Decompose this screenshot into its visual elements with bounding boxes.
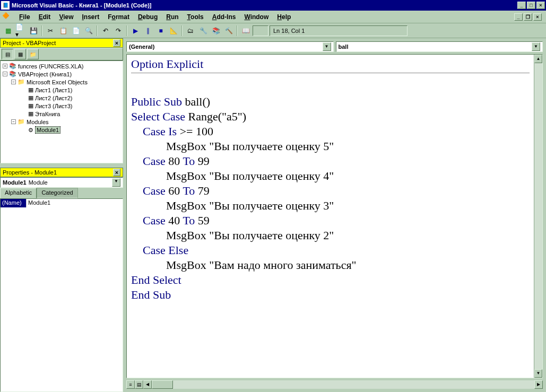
vertical-scrollbar[interactable]: ▲ ▼	[534, 55, 542, 378]
minimize-button[interactable]: _	[517, 2, 526, 9]
view-object-button[interactable]: ▦	[14, 49, 26, 59]
scroll-down-icon[interactable]: ▼	[534, 369, 542, 378]
project-toolbar: ▤ ▦ 📁	[0, 48, 123, 60]
toolbox-button[interactable]: 🔨	[223, 25, 235, 37]
menu-format[interactable]: Format	[103, 12, 134, 22]
properties-grid[interactable]: (Name)Module1	[0, 198, 123, 392]
menu-view[interactable]: View	[55, 12, 77, 22]
toggle-folders-button[interactable]: 📁	[27, 49, 39, 59]
paste-button[interactable]: 📄	[70, 25, 82, 37]
undo-button[interactable]: ↶	[100, 25, 111, 37]
vba-icon: 🔶	[2, 12, 12, 22]
property-row[interactable]: (Name)Module1	[1, 199, 123, 207]
object-browser-button[interactable]: 📚	[210, 25, 222, 37]
horizontal-scrollbar[interactable]: ◀ ▶	[143, 380, 543, 389]
break-button[interactable]: ∥	[142, 25, 154, 37]
tab-categorized[interactable]: Categorized	[37, 188, 77, 198]
mdi-minimize-button[interactable]: _	[514, 13, 523, 21]
office-assistant-field[interactable]	[253, 25, 268, 36]
view-excel-button[interactable]: ▦	[2, 25, 14, 37]
properties-button[interactable]: 🔧	[197, 25, 209, 37]
titlebar: 📘 Microsoft Visual Basic - Книга1 - [Mod…	[0, 0, 546, 11]
project-tree[interactable]: +📚funcres (FUNCRES.XLA)−📚VBAProject (Кни…	[0, 60, 123, 163]
maximize-button[interactable]: □	[527, 2, 535, 9]
menu-run[interactable]: Run	[162, 12, 183, 22]
properties-object-select[interactable]: Module1 Module ▼	[0, 177, 123, 188]
tree-item[interactable]: ▦Лист3 (Лист3)	[2, 102, 122, 110]
tree-item[interactable]: −📁Microsoft Excel Objects	[2, 78, 122, 86]
properties-panel-title: Properties - Module1 ×	[0, 168, 123, 177]
scroll-right-icon[interactable]: ▶	[534, 380, 543, 389]
menu-window[interactable]: Window	[240, 12, 273, 22]
project-panel-close[interactable]: ×	[113, 39, 120, 47]
cut-button[interactable]: ✂	[45, 25, 56, 37]
tree-item[interactable]: ▦Лист1 (Лист1)	[2, 86, 122, 94]
menu-tools[interactable]: Tools	[183, 12, 208, 22]
object-combo[interactable]: (General) ▼	[126, 41, 334, 52]
tree-item[interactable]: −📚VBAProject (Книга1)	[2, 70, 122, 78]
tree-item[interactable]: ⚙Module1	[2, 126, 122, 134]
menu-edit[interactable]: Edit	[34, 12, 55, 22]
run-button[interactable]: ▶	[129, 25, 141, 37]
scroll-left-icon[interactable]: ◀	[143, 380, 152, 389]
menu-insert[interactable]: Insert	[78, 12, 104, 22]
tree-item[interactable]: −📁Modules	[2, 118, 122, 126]
app-icon: 📘	[1, 1, 10, 10]
tree-item[interactable]: +📚funcres (FUNCRES.XLA)	[2, 62, 122, 70]
menu-file[interactable]: File	[15, 12, 34, 22]
tree-item[interactable]: ▦Лист2 (Лист2)	[2, 94, 122, 102]
mdi-restore-button[interactable]: ❐	[524, 13, 532, 21]
project-panel-title: Project - VBAProject ×	[0, 38, 123, 48]
code-editor[interactable]: Option Explicit Public Sub ball()Select …	[126, 54, 543, 378]
chevron-down-icon: ▼	[323, 42, 331, 51]
tab-alphabetic[interactable]: Alphabetic	[0, 188, 37, 198]
toolbar: ▦ 📄▾ 💾 ✂ 📋 📄 🔍 ↶ ↷ ▶ ∥ ■ 📐 🗂 🔧 📚 🔨 📖 Ln …	[0, 23, 546, 38]
help-button[interactable]: 📖	[240, 25, 252, 37]
menubar: 🔶 File Edit View Insert Format Debug Run…	[0, 11, 546, 23]
proc-view-button[interactable]: ≡	[126, 380, 135, 389]
tree-item[interactable]: ▦ЭтаКнига	[2, 110, 122, 118]
titlebar-text: Microsoft Visual Basic - Книга1 - [Modul…	[12, 2, 517, 8]
save-button[interactable]: 💾	[28, 25, 39, 37]
mdi-close-button[interactable]: ×	[533, 13, 542, 21]
cursor-position: Ln 18, Col 1	[270, 25, 408, 36]
chevron-down-icon: ▼	[112, 178, 120, 187]
menu-debug[interactable]: Debug	[134, 12, 162, 22]
scroll-up-icon[interactable]: ▲	[534, 55, 542, 63]
view-code-button[interactable]: ▤	[2, 49, 13, 59]
menu-addins[interactable]: Add-Ins	[208, 12, 240, 22]
insert-module-button[interactable]: 📄▾	[15, 25, 27, 37]
menu-help[interactable]: Help	[273, 12, 295, 22]
procedure-combo[interactable]: ball ▼	[336, 41, 543, 52]
close-button[interactable]: ×	[536, 2, 545, 9]
properties-panel-close[interactable]: ×	[113, 169, 120, 176]
redo-button[interactable]: ↷	[112, 25, 124, 37]
project-explorer-button[interactable]: 🗂	[185, 25, 196, 37]
reset-button[interactable]: ■	[155, 25, 167, 37]
chevron-down-icon: ▼	[532, 42, 540, 51]
copy-button[interactable]: 📋	[57, 25, 69, 37]
full-view-button[interactable]: ▤	[135, 380, 143, 389]
design-mode-button[interactable]: 📐	[168, 25, 179, 37]
find-button[interactable]: 🔍	[83, 25, 94, 37]
